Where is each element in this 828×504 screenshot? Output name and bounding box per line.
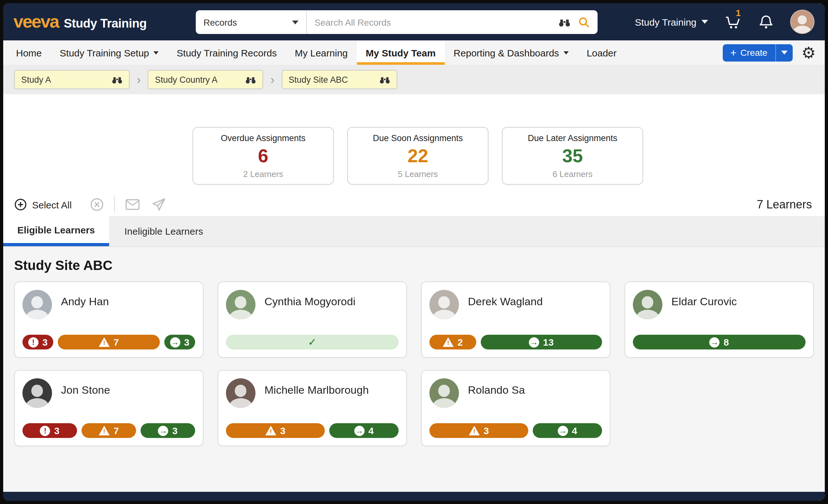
app-window: veeva Study Training Records Study Train…	[3, 3, 825, 501]
gear-icon: ⚙	[801, 43, 816, 61]
chevron-down-icon	[154, 51, 159, 54]
tab-ineligible-learners[interactable]: Ineligible Learners	[109, 216, 218, 246]
learner-card[interactable]: Cynthia Mogyorodi✓	[218, 281, 407, 358]
stat-card-due-later[interactable]: Due Later Assignments 35 6 Learners	[502, 127, 643, 185]
nav-tab-my-study-team[interactable]: My Study Team	[357, 40, 445, 65]
learner-card[interactable]: Michelle Marlborough!3→4	[218, 370, 407, 446]
stat-card-overdue[interactable]: Overdue Assignments 6 2 Learners	[193, 127, 334, 185]
context-breadcrumb: Study A › Study Country A › Study Site A…	[3, 65, 825, 94]
learner-card[interactable]: Jon Stone!3!7→3	[14, 370, 203, 446]
badge-complete[interactable]: ✓	[226, 335, 399, 350]
warning-triangle-icon: !	[265, 426, 276, 436]
learner-avatar	[23, 378, 52, 408]
binoculars-icon[interactable]	[112, 75, 123, 84]
badge-due-later[interactable]: →13	[481, 335, 602, 350]
badge-due-later[interactable]: →8	[633, 335, 805, 350]
create-dropdown-button[interactable]	[776, 44, 792, 61]
badge-count: 3	[172, 425, 178, 436]
email-button[interactable]	[125, 199, 139, 210]
nav-tab-loader[interactable]: Loader	[578, 40, 625, 65]
workspace-label: Study Training	[635, 16, 696, 27]
brand: veeva Study Training	[13, 11, 147, 32]
records-scope-label: Records	[203, 17, 292, 27]
learner-name: Jon Stone	[61, 384, 110, 397]
badge-count: 7	[114, 337, 119, 348]
records-scope-select[interactable]: Records	[196, 10, 307, 34]
cart-button[interactable]: 1	[724, 13, 742, 30]
badge-row: !3!7→3	[23, 423, 195, 438]
arrow-right-circle-icon: →	[158, 425, 168, 436]
badge-due-soon[interactable]: !3	[429, 423, 528, 438]
create-button[interactable]: + Create	[722, 44, 776, 61]
workspace-selector[interactable]: Study Training	[635, 16, 708, 27]
veeva-logo: veeva	[13, 11, 59, 32]
send-notification-button[interactable]	[151, 197, 165, 212]
binoculars-lookup-icon[interactable]	[558, 18, 571, 27]
tab-eligible-learners[interactable]: Eligible Learners	[3, 216, 109, 246]
clear-selection-button[interactable]	[89, 197, 104, 212]
binoculars-icon[interactable]	[379, 75, 390, 84]
badge-due-soon[interactable]: !7	[82, 423, 136, 438]
arrow-right-circle-icon: →	[170, 337, 180, 347]
nav-tab-study-training-records[interactable]: Study Training Records	[168, 40, 286, 65]
binoculars-icon[interactable]	[246, 75, 256, 84]
study-lookup-field[interactable]: Study A	[14, 70, 130, 89]
study-country-lookup-field[interactable]: Study Country A	[148, 70, 263, 89]
learner-grid: Andy Han!3!7→3Cynthia Mogyorodi✓Derek Wa…	[14, 281, 814, 446]
badge-due-later[interactable]: →4	[329, 423, 399, 438]
selection-toolbar: Select All 7 Learners	[3, 193, 825, 216]
stat-card-due-soon[interactable]: Due Soon Assignments 22 5 Learners	[347, 127, 489, 185]
create-split-button: + Create	[722, 44, 792, 61]
badge-count: 2	[457, 337, 463, 348]
paper-plane-icon	[151, 197, 165, 212]
chevron-down-icon	[781, 51, 787, 54]
badge-overdue[interactable]: !3	[23, 335, 53, 350]
badge-row: →8	[633, 335, 805, 350]
warning-triangle-icon: !	[469, 426, 480, 436]
learner-content: Study Site ABC Andy Han!3!7→3Cynthia Mog…	[3, 247, 825, 492]
badge-due-later[interactable]: →3	[164, 335, 195, 350]
learner-avatar	[429, 378, 459, 408]
search-input[interactable]	[307, 10, 558, 34]
badge-overdue[interactable]: !3	[23, 423, 77, 438]
nav-tab-study-training-setup[interactable]: Study Training Setup	[51, 40, 168, 65]
study-lookup-value: Study A	[21, 75, 112, 84]
nav-tab-my-learning[interactable]: My Learning	[286, 40, 357, 65]
badge-row: !3!7→3	[23, 335, 195, 350]
learner-avatar	[633, 290, 662, 319]
search-icon[interactable]	[578, 16, 590, 28]
badge-count: 3	[280, 425, 286, 436]
badge-count: 7	[114, 425, 119, 436]
learner-tabs: Eligible Learners Ineligible Learners	[3, 216, 825, 247]
badge-due-soon[interactable]: !2	[429, 335, 476, 350]
user-avatar[interactable]	[790, 10, 815, 34]
warning-triangle-icon: !	[443, 337, 453, 347]
badge-count: 8	[724, 337, 729, 348]
settings-button[interactable]: ⚙	[801, 45, 816, 60]
learner-name: Andy Han	[61, 295, 109, 309]
stat-value: 6	[258, 147, 268, 166]
arrow-right-circle-icon: →	[710, 337, 720, 347]
learner-card[interactable]: Rolando Sa!3→4	[421, 370, 610, 446]
learner-card[interactable]: Derek Wagland!2→13	[421, 281, 610, 358]
toolbar-divider	[114, 196, 115, 213]
badge-due-soon[interactable]: !7	[58, 335, 160, 350]
badge-due-soon[interactable]: !3	[226, 423, 325, 438]
study-site-lookup-value: Study Site ABC	[289, 75, 379, 84]
exclamation-circle-icon: !	[28, 337, 39, 347]
learner-count: 7 Learners	[757, 198, 812, 211]
nav-tab-reporting-dashboards[interactable]: Reporting & Dashboards	[445, 40, 578, 65]
badge-due-later[interactable]: →4	[533, 423, 602, 438]
chevron-right-icon: ›	[269, 74, 276, 86]
learner-name: Cynthia Mogyorodi	[264, 295, 356, 309]
learner-card[interactable]: Andy Han!3!7→3	[14, 281, 203, 358]
badge-count: 13	[543, 337, 553, 348]
learner-card[interactable]: Eldar Curovic→8	[625, 281, 814, 358]
notifications-button[interactable]	[759, 14, 774, 30]
envelope-icon	[125, 199, 139, 210]
chevron-down-icon	[292, 20, 298, 24]
badge-due-later[interactable]: →3	[140, 423, 195, 438]
select-all-button[interactable]: Select All	[14, 198, 72, 211]
nav-tab-home[interactable]: Home	[7, 40, 51, 65]
study-site-lookup-field[interactable]: Study Site ABC	[282, 70, 397, 89]
